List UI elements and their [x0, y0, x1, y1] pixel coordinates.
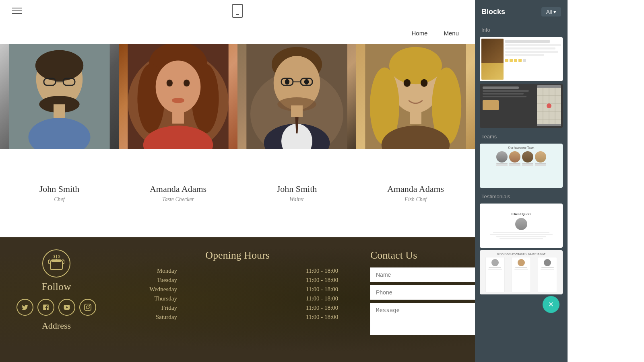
- hours-day-wednesday: Wednesday: [129, 286, 177, 293]
- t-line-4: [500, 238, 543, 239]
- star-5: [523, 59, 526, 62]
- svg-point-28: [285, 79, 290, 84]
- star-3: [514, 59, 517, 62]
- sidebar-all-button[interactable]: All ▾: [541, 7, 561, 16]
- team-card-john-chef[interactable]: John Smith Chef: [0, 44, 119, 237]
- team-role-amanda-taste: Taste Checker: [162, 196, 194, 203]
- svg-point-29: [304, 79, 309, 84]
- twitter-icon[interactable]: [17, 299, 33, 316]
- mini-name-1: [496, 163, 508, 165]
- team-card-amanda-taste[interactable]: Amanda Adams Taste Checker: [119, 44, 237, 237]
- hours-day-saturday: Saturday: [129, 314, 177, 321]
- sidebar-section-testimonials: Testimonials: [475, 190, 568, 201]
- sidebar-block-testimonial-2[interactable]: WHAT OUR FANTASTIC CLIENTS SAY: [480, 250, 563, 294]
- mini-role-2: [509, 165, 520, 166]
- team-photo-amanda-fish: [356, 44, 475, 149]
- team-photo-john-waiter: [237, 44, 356, 149]
- contact-name-input[interactable]: [370, 267, 475, 282]
- sidebar-block-testimonial-1[interactable]: Client Quote: [480, 204, 563, 248]
- sidebar-block-info-2[interactable]: [480, 84, 563, 128]
- svg-rect-33: [291, 105, 303, 117]
- info-preview-2: [480, 84, 563, 128]
- footer-contact-column: Contact Us: [362, 245, 475, 354]
- star-1: [505, 59, 508, 62]
- footer-content: Follow Address: [0, 237, 475, 362]
- hours-row-thursday: Thursday 11:00 - 18:00: [129, 295, 346, 302]
- mt-line-4: [514, 269, 528, 269]
- t-line-1: [493, 232, 549, 233]
- multi-test-card-1: [485, 257, 505, 292]
- info-preview-image: [481, 39, 504, 80]
- info2-line-1: [483, 86, 519, 89]
- mini-avatar-3: [522, 151, 533, 162]
- mini-name-2: [509, 163, 520, 165]
- sidebar-section-teams: Teams: [475, 130, 568, 141]
- nav-menu[interactable]: Menu: [444, 30, 459, 37]
- mini-avatar-4: [535, 151, 546, 162]
- team-card-john-waiter[interactable]: John Smith Waiter: [237, 44, 356, 237]
- team-name-amanda-taste: Amanda Adams: [150, 184, 206, 194]
- footer-hours-column: Opening Hours Monday 11:00 - 18:00 Tuesd…: [113, 245, 362, 354]
- info-preview-1: [480, 37, 563, 81]
- hours-row-wednesday: Wednesday 11:00 - 18:00: [129, 286, 346, 293]
- info-line-3: [505, 47, 555, 49]
- contact-message-input[interactable]: [370, 303, 475, 335]
- youtube-icon[interactable]: [58, 299, 75, 316]
- hamburger-menu[interactable]: [12, 8, 22, 14]
- hours-time-monday: 11:00 - 18:00: [306, 267, 346, 274]
- mini-team-4: [535, 151, 546, 166]
- info-line-2: [505, 44, 561, 46]
- svg-point-15: [167, 80, 173, 86]
- sidebar-block-info-1[interactable]: [480, 37, 563, 81]
- t-line-3: [496, 236, 546, 237]
- team-card-info-amanda-fish: Amanda Adams Fish Chef: [356, 149, 475, 237]
- info2-line-3: [483, 93, 524, 95]
- hours-day-thursday: Thursday: [129, 295, 177, 302]
- mt-line-1: [489, 267, 501, 268]
- svg-rect-42: [410, 109, 421, 124]
- mt-avatar-3: [544, 259, 551, 266]
- footer-follow-column: Follow Address: [0, 245, 113, 354]
- team-photo-john-chef: [0, 44, 119, 149]
- team-role-john-waiter: Waiter: [289, 196, 304, 203]
- team-role-john-chef: Chef: [54, 196, 64, 203]
- mini-name-3: [522, 163, 533, 165]
- facebook-icon[interactable]: [37, 299, 54, 316]
- hours-row-saturday: Saturday 11:00 - 18:00: [129, 314, 346, 321]
- hours-row-friday: Friday 11:00 - 18:00: [129, 304, 346, 311]
- sidebar-title: Blocks: [481, 8, 505, 16]
- mt-avatar-2: [518, 259, 525, 266]
- sidebar-block-teams[interactable]: Our Awesome Team: [480, 144, 563, 188]
- close-sidebar-button[interactable]: ×: [543, 296, 559, 313]
- svg-point-39: [404, 79, 411, 87]
- svg-rect-8: [54, 104, 65, 118]
- team-card-info-john-waiter: John Smith Waiter: [237, 149, 356, 237]
- svg-point-40: [421, 79, 427, 87]
- hours-row-monday: Monday 11:00 - 18:00: [129, 267, 346, 274]
- mt-line-3: [515, 267, 527, 268]
- hours-time-wednesday: 11:00 - 18:00: [306, 286, 346, 293]
- team-cards: John Smith Chef: [0, 44, 475, 237]
- mini-team-2: [509, 151, 520, 166]
- teams-preview: Our Awesome Team: [480, 144, 563, 188]
- team-name-amanda-fish: Amanda Adams: [387, 184, 444, 194]
- testimonial-preview-2: WHAT OUR FANTASTIC CLIENTS SAY: [480, 250, 563, 294]
- team-card-info-amanda-taste: Amanda Adams Taste Checker: [119, 149, 237, 237]
- instagram-icon[interactable]: [79, 299, 96, 316]
- testimonial-preview-1: Client Quote: [480, 204, 563, 248]
- svg-point-14: [156, 60, 201, 113]
- info-stars: [505, 59, 561, 62]
- mini-team-3: [522, 151, 533, 166]
- info-img-top: [481, 39, 504, 63]
- t-line-2: [490, 234, 552, 235]
- hours-day-monday: Monday: [129, 267, 177, 274]
- follow-title: Follow: [41, 281, 71, 293]
- nav-home[interactable]: Home: [411, 30, 427, 37]
- info-line-4: [505, 51, 558, 53]
- hours-time-tuesday: 11:00 - 18:00: [306, 277, 346, 284]
- contact-phone-input[interactable]: [370, 285, 475, 300]
- svg-point-16: [184, 80, 190, 86]
- mobile-preview-icon[interactable]: [232, 4, 243, 18]
- team-card-amanda-fish[interactable]: Amanda Adams Fish Chef: [356, 44, 475, 237]
- hours-table: Monday 11:00 - 18:00 Tuesday 11:00 - 18:…: [129, 267, 346, 323]
